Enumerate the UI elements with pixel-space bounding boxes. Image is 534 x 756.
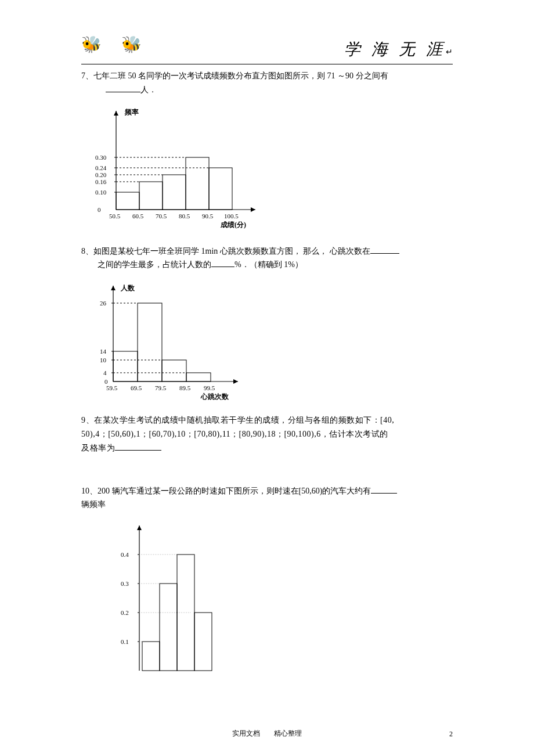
q9-text-a: 、在某次学生考试的成绩中随机抽取若干学生的成绩，分组与各组的频数如下：[40, xyxy=(86,416,395,424)
motto-text: 学 海 无 涯 xyxy=(344,40,446,58)
question-10: 10、200 辆汽车通过某一段公路的时速如下图所示，则时速在[50,60)的汽车… xyxy=(81,484,453,512)
page-header: 🐝 🐝 学 海 无 涯↵ xyxy=(81,35,453,64)
svg-text:90.5: 90.5 xyxy=(202,213,214,219)
svg-marker-3 xyxy=(114,111,118,116)
svg-rect-74 xyxy=(194,613,212,671)
q8-text-a: 、如图是某校七年一班全班同学 1min 心跳次数频数直方图， 那么， 心跳次数在 xyxy=(85,247,370,255)
q8-xlabel: 心跳次数 xyxy=(200,393,229,401)
svg-text:99.5: 99.5 xyxy=(204,384,215,391)
svg-text:14: 14 xyxy=(100,348,107,355)
q10-text-b: 的汽车大约有 xyxy=(322,487,371,495)
svg-text:0.2: 0.2 xyxy=(121,609,129,616)
svg-text:60.5: 60.5 xyxy=(132,213,144,219)
q7-num: 7 xyxy=(81,71,85,80)
svg-rect-45 xyxy=(138,303,162,381)
q8-xticks: 59.5 69.5 79.5 89.5 99.5 xyxy=(106,384,215,391)
svg-marker-33 xyxy=(233,379,238,384)
q10-bars xyxy=(142,555,212,671)
page: 🐝 🐝 学 海 无 涯↵ 7、七年二班 50 名同学的一次考试成绩频数分布直方图… xyxy=(0,0,534,756)
q10-text-a: 、200 辆汽车通过某一段公路的时速如下图所示，则时速在 xyxy=(89,487,299,495)
svg-rect-19 xyxy=(209,168,232,210)
q10-text-c: 辆频率 xyxy=(81,500,106,509)
chart-q10: 0.1 0.2 0.3 0.4 xyxy=(104,520,453,682)
q9-blank xyxy=(115,442,161,451)
chart-q8: 人数 0 4 10 14 26 59.5 69 xyxy=(87,280,453,402)
svg-text:69.5: 69.5 xyxy=(131,384,142,391)
question-7: 7、七年二班 50 名同学的一次考试成绩频数分布直方图如图所示，则 71 ～90… xyxy=(81,69,453,97)
q9-text-b: 50),4；[50,60),1；[60,70),10；[70,80),11；[8… xyxy=(81,430,388,438)
page-footer: 实用文档 精心整理 2 xyxy=(81,729,453,739)
q7-xticks: 50.5 60.5 70.5 80.5 90.5 100.5 xyxy=(109,213,239,219)
svg-text:80.5: 80.5 xyxy=(179,213,190,219)
q7-xlabel: 成绩(分) xyxy=(220,221,246,229)
svg-rect-44 xyxy=(113,351,138,381)
q7-histogram: 频率 0 0.10 0.16 0.20 0.24 0.30 xyxy=(87,105,261,233)
svg-rect-71 xyxy=(142,642,160,671)
header-motto: 学 海 无 涯↵ xyxy=(344,38,453,60)
footer-right: 精心整理 xyxy=(274,729,302,737)
q8-bars xyxy=(113,303,211,381)
q7-blank xyxy=(106,84,140,92)
page-number: 2 xyxy=(449,730,453,739)
svg-text:0.4: 0.4 xyxy=(121,551,129,558)
svg-rect-46 xyxy=(162,360,186,381)
q7-ylabel: 频率 xyxy=(124,108,139,116)
q8-blank-1 xyxy=(370,245,399,254)
bee-icon-1: 🐝 xyxy=(81,35,102,54)
bee-icon-2: 🐝 xyxy=(121,35,142,54)
svg-rect-47 xyxy=(186,373,211,381)
q7-text-a: 、七年二班 50 名同学的一次考试成绩频数分布直方图如图所示，则 71 ～90 … xyxy=(85,71,388,80)
svg-rect-16 xyxy=(139,182,163,210)
svg-text:10: 10 xyxy=(100,357,107,363)
svg-text:70.5: 70.5 xyxy=(156,213,167,219)
svg-text:0.16: 0.16 xyxy=(95,178,107,185)
svg-rect-18 xyxy=(186,157,209,210)
svg-text:0.1: 0.1 xyxy=(121,638,129,645)
svg-rect-72 xyxy=(160,584,177,671)
q7-bars xyxy=(116,157,232,210)
svg-text:100.5: 100.5 xyxy=(224,213,239,219)
q8-text-c: %．（精确到 1%） xyxy=(234,260,303,269)
footer-left: 实用文档 xyxy=(232,729,260,737)
q8-num: 8 xyxy=(81,247,85,255)
svg-text:50.5: 50.5 xyxy=(109,213,121,219)
svg-text:79.5: 79.5 xyxy=(155,384,167,391)
q10-blank xyxy=(371,485,397,494)
q8-blank-2 xyxy=(211,258,234,267)
svg-text:0: 0 xyxy=(98,206,101,213)
svg-text:4: 4 xyxy=(103,369,107,376)
svg-text:0.20: 0.20 xyxy=(95,171,107,178)
q8-text-b: 之间的学生最多，占统计人数的 xyxy=(98,260,211,269)
svg-text:89.5: 89.5 xyxy=(179,384,191,391)
svg-marker-58 xyxy=(137,525,142,530)
question-9: 9、在某次学生考试的成绩中随机抽取若干学生的成绩，分组与各组的频数如下：[40,… xyxy=(81,413,453,455)
q8-ylabel: 人数 xyxy=(120,284,135,292)
svg-text:0.24: 0.24 xyxy=(95,164,107,171)
svg-rect-17 xyxy=(163,175,186,210)
q8-yticks: 0 4 10 14 26 xyxy=(100,300,113,385)
motto-suffix: ↵ xyxy=(446,48,453,56)
q10-histogram: 0.1 0.2 0.3 0.4 xyxy=(104,520,255,682)
chart-q7: 频率 0 0.10 0.16 0.20 0.24 0.30 xyxy=(87,105,453,233)
q10-num: 10 xyxy=(81,487,89,495)
q9-text-c: 及格率为 xyxy=(81,444,115,452)
q10-yticks: 0.1 0.2 0.3 0.4 xyxy=(121,551,139,645)
q8-histogram: 人数 0 4 10 14 26 59.5 69 xyxy=(87,280,250,402)
question-8: 8、如图是某校七年一班全班同学 1min 心跳次数频数直方图， 那么， 心跳次数… xyxy=(81,244,453,272)
svg-rect-15 xyxy=(116,192,139,210)
q7-yticks: 0 0.10 0.16 0.20 0.24 0.30 xyxy=(95,154,116,213)
svg-text:0.30: 0.30 xyxy=(95,154,107,161)
q7-text-b: 人． xyxy=(140,85,157,94)
svg-text:59.5: 59.5 xyxy=(106,384,118,391)
svg-text:26: 26 xyxy=(100,300,107,307)
svg-text:0.10: 0.10 xyxy=(95,189,107,196)
q10-range: [50,60) xyxy=(299,487,323,495)
svg-marker-34 xyxy=(111,286,116,290)
svg-text:0.3: 0.3 xyxy=(121,580,129,587)
svg-marker-2 xyxy=(251,207,255,212)
q9-num: 9 xyxy=(81,416,86,424)
